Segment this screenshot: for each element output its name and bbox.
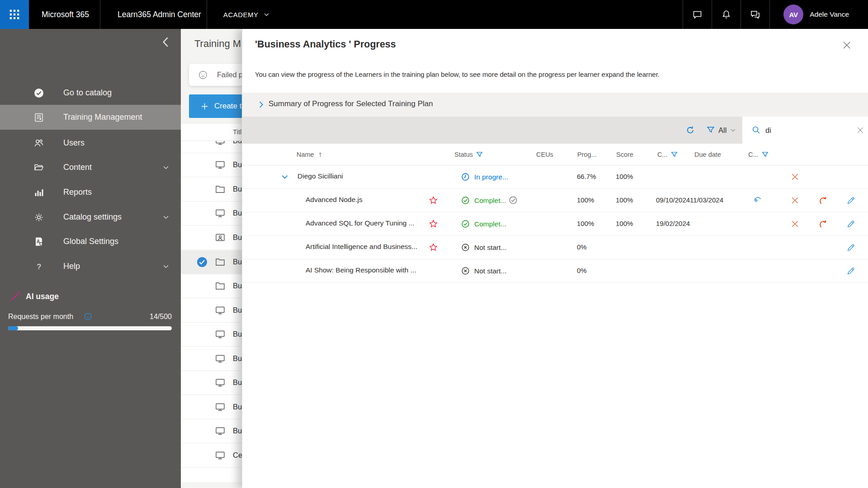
chevron-down-icon [162,213,170,221]
training-row-title: Bu [233,160,242,169]
summary-accordion[interactable]: Summary of Progress for Selected Trainin… [242,93,868,117]
screen: Microsoft 365 Learn365 Admin Center ACAD… [0,0,868,488]
sidebar-item-help[interactable]: ?Help [0,254,181,279]
date-values: 19/02/2024 [656,220,690,227]
status-label: Complet... [474,220,506,228]
sidebar-item-global-settings[interactable]: AGlobal Settings [0,229,181,254]
column-header-score[interactable]: Score [616,144,633,165]
column-header-name[interactable]: Name [297,144,324,165]
edit-action-icon[interactable] [846,196,856,205]
search-box [742,117,868,144]
status-label: Not start... [474,244,507,252]
svg-text:A: A [37,239,40,244]
go-to-catalog-icon [33,88,44,99]
selected-check-icon [196,256,208,268]
sad-face-icon [198,70,208,80]
sidebar-item-training-management[interactable]: Training Management [0,105,181,130]
training-list-title: Training M [194,38,241,50]
refresh-icon[interactable] [685,125,695,135]
course-name: AI Show: Being Responsible with ... [306,266,416,274]
dialog-description: You can view the progress of the Learner… [255,70,660,78]
sidebar-item-label: Reports [63,188,92,197]
account-menu[interactable]: AV Adele Vance [769,0,868,29]
tenant-switcher[interactable]: ACADEMY [223,11,270,19]
filter-dropdown[interactable]: All [706,123,736,137]
training-management-icon [33,112,44,123]
course-row: Artificial Intelligence and Business...N… [242,236,868,259]
column-header-progress[interactable]: Prog... [577,144,597,165]
verified-check-icon [508,195,518,205]
required-star-icon[interactable] [429,219,438,229]
view-action-icon[interactable] [753,196,763,205]
training-row-title: Bu [233,306,242,314]
bell-icon [721,9,731,20]
training-row-title: Bu [233,330,242,338]
chat-button[interactable] [683,0,712,29]
help-icon: ? [33,261,44,272]
x-circle-icon [461,266,470,276]
redo-action-icon[interactable] [818,196,828,205]
status-cell: Not start... [461,266,507,276]
sidebar-item-label: Catalog settings [63,212,122,222]
training-row-title: Bu [233,258,242,266]
monitor-icon [215,402,226,413]
check-circle-icon [461,219,470,229]
folder-icon [215,184,226,195]
learner-row: Diego SicillianiIn progre...66.7%100% [242,165,868,189]
filter-funnel-icon[interactable] [476,151,483,159]
edit-action-icon[interactable] [846,266,856,276]
monitor-icon [215,208,226,219]
clear-search-icon[interactable] [856,126,864,134]
column-header-status[interactable]: Status [454,144,483,165]
app-launcher-button[interactable] [0,0,29,29]
collapse-sidebar-icon[interactable] [159,35,173,49]
close-icon[interactable] [842,40,852,50]
ai-usage-label[interactable]: AI usage [26,292,59,301]
redo-action-icon[interactable] [818,219,828,229]
required-star-icon[interactable] [429,196,438,205]
column-header-ceus[interactable]: CEUs [536,144,553,165]
sidebar-item-label: Users [63,138,85,148]
filter-funnel-icon [706,126,715,135]
column-header-completion[interactable]: C... [657,144,678,165]
score-value: 100% [616,196,633,204]
expand-learner-icon[interactable] [280,173,289,182]
required-star-icon[interactable] [429,243,438,252]
search-icon [751,125,761,135]
filter-funnel-icon[interactable] [670,151,678,159]
training-row-title: Bu [233,209,242,217]
feedback-button[interactable] [741,0,769,29]
reports-icon [33,187,44,198]
title-column-header[interactable]: Titl [233,128,241,136]
search-input[interactable] [765,123,851,137]
monitor-icon [215,377,226,388]
column-header-certificate[interactable]: C... [748,144,769,165]
edit-action-icon[interactable] [846,219,856,229]
plus-icon [200,102,209,111]
progress-value: 100% [577,196,594,204]
training-row-title: Bu [233,185,242,193]
delete-action-icon[interactable] [790,196,800,205]
catalog-settings-icon [33,212,44,223]
sidebar-item-catalog-settings[interactable]: Catalog settings [0,205,181,230]
training-row-title: Bu [233,354,242,363]
notifications-button[interactable] [712,0,741,29]
training-row-title: Ce [233,451,242,460]
delete-action-icon[interactable] [790,172,800,182]
sidebar-item-users[interactable]: Users [0,131,181,155]
folder-icon [215,281,226,291]
brand-title[interactable]: Microsoft 365 [42,10,89,19]
course-name: Artificial Intelligence and Business... [306,243,417,251]
filter-value: All [718,126,726,135]
edit-action-icon[interactable] [846,243,856,252]
waffle-icon [9,9,20,20]
filter-funnel-icon[interactable] [761,151,769,159]
sidebar-item-reports[interactable]: Reports [0,180,181,205]
sidebar-item-content[interactable]: Content [0,155,181,180]
chat-icon [692,9,703,20]
delete-action-icon[interactable] [790,219,800,229]
info-icon[interactable] [84,312,92,321]
column-header-due-date[interactable]: Due date [694,144,721,165]
course-name: Advanced Node.js [306,196,363,204]
sidebar-item-go-to-catalog[interactable]: Go to catalog [0,80,181,105]
